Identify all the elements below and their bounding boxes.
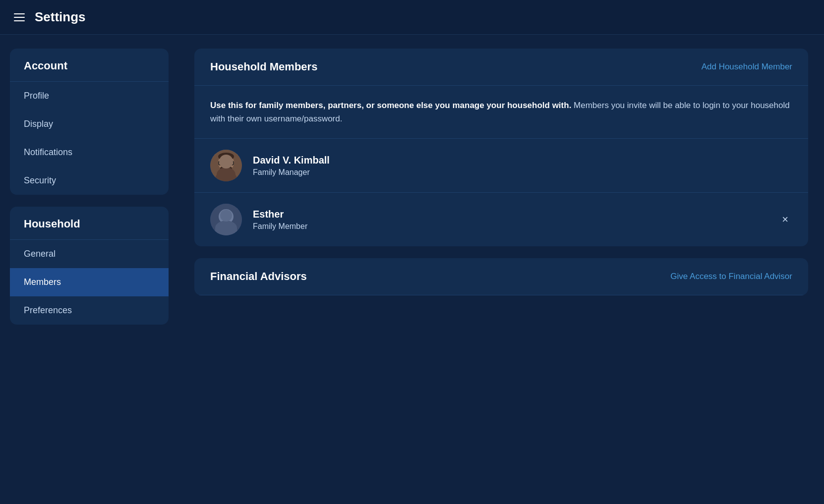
member-row-esther: Esther Family Member × [194,193,808,246]
description-bold: Use this for family members, partners, o… [210,101,571,110]
sidebar-item-display[interactable]: Display [10,110,169,138]
hamburger-menu-button[interactable] [14,13,25,21]
sidebar: Account Profile Display Notifications Se… [0,35,178,504]
sidebar-item-notifications[interactable]: Notifications [10,138,169,167]
sidebar-item-security[interactable]: Security [10,167,169,195]
sidebar-account-title: Account [10,49,169,82]
member-name-esther: Esther [253,209,767,220]
sidebar-household-section: Household General Members Preferences [10,207,169,325]
page-title: Settings [35,9,86,25]
remove-member-esther-button[interactable]: × [778,212,792,227]
sidebar-household-title: Household [10,207,169,240]
member-info-esther: Esther Family Member [253,209,767,231]
avatar-esther [210,204,242,235]
sidebar-item-members[interactable]: Members [10,268,169,296]
sidebar-item-general[interactable]: General [10,240,169,268]
main-layout: Account Profile Display Notifications Se… [0,35,824,504]
financial-advisors-card-header: Financial Advisors Give Access to Financ… [194,258,808,295]
household-members-title: Household Members [210,60,317,73]
avatar-svg-esther [210,204,242,235]
member-row-david: David V. Kimball Family Manager [194,139,808,193]
svg-point-10 [219,209,234,224]
sidebar-account-section: Account Profile Display Notifications Se… [10,49,169,195]
give-access-financial-advisor-button[interactable]: Give Access to Financial Advisor [670,272,792,281]
member-info-david: David V. Kimball Family Manager [253,155,792,177]
svg-point-0 [210,150,242,181]
main-content: Household Members Add Household Member U… [178,35,824,504]
household-members-description: Use this for family members, partners, o… [194,86,808,139]
financial-advisors-title: Financial Advisors [210,270,307,283]
svg-rect-5 [219,161,225,165]
household-members-card-header: Household Members Add Household Member [194,49,808,86]
app-header: Settings [0,0,824,35]
svg-point-3 [218,153,234,161]
avatar-photo-esther [210,204,242,235]
member-role-david: Family Manager [253,168,792,177]
member-name-david: David V. Kimball [253,155,792,166]
avatar-photo-david [210,150,242,181]
svg-point-4 [220,166,232,171]
sidebar-item-preferences[interactable]: Preferences [10,296,169,325]
svg-point-9 [214,225,238,235]
add-household-member-button[interactable]: Add Household Member [702,62,792,72]
household-members-card: Household Members Add Household Member U… [194,49,808,246]
member-role-esther: Family Member [253,222,767,231]
sidebar-item-profile[interactable]: Profile [10,82,169,110]
avatar-david [210,150,242,181]
svg-point-1 [215,171,237,181]
financial-advisors-card: Financial Advisors Give Access to Financ… [194,258,808,295]
avatar-svg-david [210,150,242,181]
